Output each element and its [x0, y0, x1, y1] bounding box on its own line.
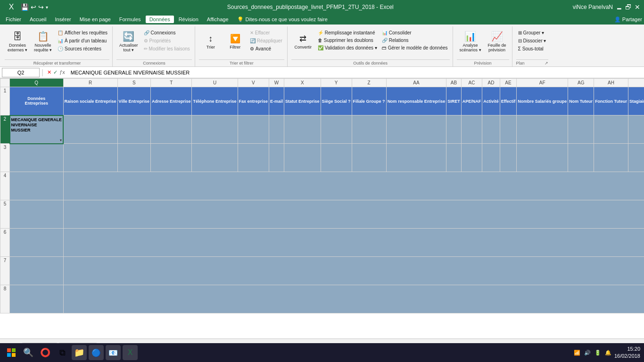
cell-Z2[interactable] — [352, 115, 386, 144]
col-header-AG[interactable]: AG — [568, 79, 594, 87]
ribbon-btn-supprimer-doublons[interactable]: 🗑 Supprimer les doublons — [316, 37, 379, 44]
menu-fichier[interactable]: Fichier — [2, 16, 25, 23]
col-header-AI[interactable]: AI — [628, 79, 644, 87]
confirm-formula-icon[interactable]: ✓ — [53, 69, 58, 75]
chrome-icon[interactable]: 🔵 — [89, 345, 104, 360]
name-box[interactable]: Q2 — [2, 68, 40, 77]
ribbon-btn-partir-tableau[interactable]: 📊 À partir d'un tableau — [56, 37, 109, 44]
sheet-container[interactable]: Q R S T U V W X Y Z AA AB AC AD AE AF AG… — [0, 78, 644, 338]
save-icon[interactable]: 💾 — [21, 3, 29, 11]
cell-U3[interactable] — [192, 144, 238, 172]
cell-AD1[interactable]: Activité — [482, 87, 500, 115]
cell-AA3[interactable] — [386, 144, 446, 172]
start-button[interactable] — [4, 345, 19, 360]
menu-donnees[interactable]: Données — [146, 16, 174, 23]
cell-V3[interactable] — [238, 144, 269, 172]
cell-AE2[interactable] — [500, 115, 517, 144]
cell-AI2[interactable] — [628, 115, 644, 144]
battery-icon[interactable]: 🔋 — [594, 350, 601, 356]
ribbon-btn-sources-recentes[interactable]: 🕒 Sources récentes — [56, 45, 109, 52]
insert-function-icon[interactable]: ƒx — [59, 69, 65, 75]
share-btn[interactable]: 👤 Partager — [614, 16, 642, 23]
col-header-AD[interactable]: AD — [482, 79, 500, 87]
menu-revision[interactable]: Révision — [175, 16, 202, 23]
cell-Y3[interactable] — [321, 144, 352, 172]
cell-T1[interactable]: Adresse Entreprise — [150, 87, 192, 115]
formula-input[interactable] — [69, 68, 642, 77]
cell-V1[interactable]: Fax entreprise — [238, 87, 269, 115]
plan-expand-icon[interactable]: ↗ — [545, 61, 548, 66]
cell-R2[interactable] — [63, 115, 117, 144]
col-header-AE[interactable]: AE — [500, 79, 517, 87]
cell-AH2[interactable] — [594, 115, 628, 144]
cell-AF1[interactable]: Nombre Salariés groupe — [517, 87, 568, 115]
col-header-AA[interactable]: AA — [386, 79, 446, 87]
cell-AI1[interactable]: Stagiaires déjà accueillis? — [628, 87, 644, 115]
cell-AG2[interactable] — [568, 115, 594, 144]
cell-S3[interactable] — [117, 144, 150, 172]
menu-formules[interactable]: Formules — [116, 16, 145, 23]
cell-AF3[interactable] — [517, 144, 568, 172]
volume-icon[interactable]: 🔊 — [584, 350, 591, 356]
cell-W1[interactable]: E-mail — [269, 87, 284, 115]
menu-affichage[interactable]: Affichage — [203, 16, 232, 23]
cell-X1[interactable]: Statut Entreprise — [284, 87, 321, 115]
cell-AE1[interactable]: Effectif — [500, 87, 517, 115]
cell-Z3[interactable] — [352, 144, 386, 172]
ribbon-btn-consolider[interactable]: 📊 Consolider — [380, 29, 450, 36]
cell-Y1[interactable]: Siège Social ? — [321, 87, 352, 115]
cell-AC3[interactable] — [461, 144, 482, 172]
cell-Q8[interactable] — [10, 285, 64, 313]
close-btn[interactable]: ✕ — [635, 3, 640, 11]
notification-icon[interactable]: 🔔 — [605, 350, 611, 356]
cell-T2[interactable] — [150, 115, 192, 144]
search-taskbar-icon[interactable]: 🔍 — [21, 345, 36, 360]
cell-AI3[interactable] — [628, 144, 644, 172]
ribbon-btn-connexions[interactable]: 🔗 Connexions — [142, 29, 192, 36]
cell-AA1[interactable]: Nom responsable Entreprise — [386, 87, 446, 115]
redo-icon[interactable]: ↪ — [38, 3, 44, 11]
network-icon[interactable]: 📶 — [574, 350, 580, 356]
col-header-AF[interactable]: AF — [517, 79, 568, 87]
ribbon-btn-convertir[interactable]: ⇄ Convertir — [291, 27, 315, 56]
cell-AB2[interactable] — [446, 115, 462, 144]
cell-AB3[interactable] — [446, 144, 462, 172]
col-header-X[interactable]: X — [284, 79, 321, 87]
col-header-AH[interactable]: AH — [594, 79, 628, 87]
cell-AE3[interactable] — [500, 144, 517, 172]
cell-Q3[interactable] — [10, 144, 64, 172]
menu-help[interactable]: 💡 Dites-nous ce que vous voulez faire — [233, 16, 331, 24]
ribbon-btn-actualiser[interactable]: 🔄 Actualisertout ▾ — [116, 27, 141, 56]
cell-Q7[interactable] — [10, 257, 64, 285]
cell-Q2[interactable]: MECANIQUE GENERALENIVERNAISEMUSSIER ▾ ME… — [10, 115, 64, 144]
ribbon-btn-validation[interactable]: ✅ Validation des données ▾ — [316, 44, 379, 51]
cell-AG3[interactable] — [568, 144, 594, 172]
cell-Z1[interactable]: Filiale Groupe ? — [352, 87, 386, 115]
cancel-formula-icon[interactable]: ✕ — [47, 69, 51, 75]
cell-Q4[interactable] — [10, 172, 64, 200]
col-header-Y[interactable]: Y — [321, 79, 352, 87]
cortana-icon[interactable]: ⭕ — [38, 345, 53, 360]
cell-dropdown-arrow[interactable]: ▾ — [60, 138, 62, 142]
ribbon-btn-avance[interactable]: ⚙ Avancé — [248, 45, 284, 52]
col-header-T[interactable]: T — [150, 79, 192, 87]
cell-R3[interactable] — [63, 144, 117, 172]
cell-W2[interactable] — [269, 115, 284, 144]
cell-U1[interactable]: Téléphone Entreprise — [192, 87, 238, 115]
menu-mep[interactable]: Mise en page — [76, 16, 115, 23]
col-header-Q[interactable]: Q — [10, 79, 64, 87]
restore-btn[interactable]: 🗗 — [625, 3, 632, 11]
cell-Q1[interactable]: DonnéesEntreprises — [10, 87, 64, 115]
ribbon-btn-feuille-prevision[interactable]: 📈 Feuille deprévision — [485, 27, 509, 56]
cell-Q5[interactable] — [10, 200, 64, 229]
cell-U2[interactable] — [192, 115, 238, 144]
col-header-S[interactable]: S — [117, 79, 150, 87]
ribbon-btn-gerer-modele[interactable]: 🗃 Gérer le modèle de données — [380, 44, 450, 51]
excel-taskbar-icon[interactable]: X — [123, 345, 138, 360]
cell-AC1[interactable]: APE/NAF — [461, 87, 482, 115]
clock[interactable]: 15:20 16/02/2018 — [614, 346, 640, 360]
cell-AB1[interactable]: SIRET — [446, 87, 462, 115]
ribbon-btn-sous-total[interactable]: Σ Sous-total — [516, 45, 548, 52]
file-explorer-icon[interactable]: 📁 — [72, 345, 87, 360]
ribbon-btn-grouper[interactable]: ⊞ Grouper ▾ — [516, 29, 548, 36]
